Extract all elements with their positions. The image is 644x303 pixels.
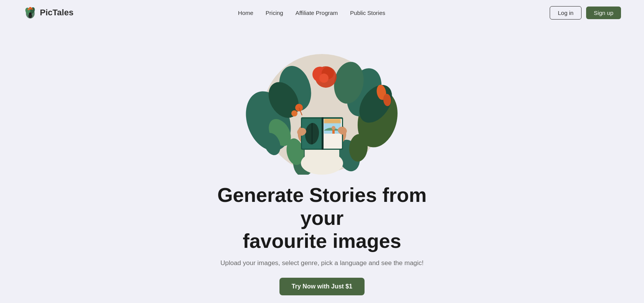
svg-point-19: [319, 74, 329, 83]
signup-button[interactable]: Sign up: [586, 7, 621, 19]
svg-point-4: [28, 8, 30, 10]
logo-icon: [23, 5, 38, 20]
svg-point-3: [29, 7, 32, 10]
cta-button[interactable]: Try Now with Just $1: [279, 278, 365, 295]
svg-rect-41: [322, 117, 324, 150]
nav-link-public-stories[interactable]: Public Stories: [350, 10, 385, 16]
navbar: PicTales Home Pricing Affiliate Program …: [0, 0, 644, 25]
svg-rect-43: [325, 120, 340, 123]
login-button[interactable]: Log in: [550, 6, 582, 20]
nav-link-pricing[interactable]: Pricing: [266, 10, 283, 16]
svg-point-37: [332, 126, 335, 130]
nav-link-home[interactable]: Home: [238, 10, 253, 16]
hero-subtitle: Upload your images, select genre, pick a…: [220, 259, 424, 267]
svg-point-7: [29, 13, 32, 15]
hero-illustration: [245, 33, 399, 175]
nav-actions: Log in Sign up: [550, 6, 621, 20]
hero-title: Generate Stories from your favourite ima…: [199, 184, 445, 252]
logo-text: PicTales: [40, 8, 74, 18]
nav-link-affiliate[interactable]: Affiliate Program: [296, 10, 338, 16]
nav-links: Home Pricing Affiliate Program Public St…: [238, 10, 385, 16]
svg-point-21: [291, 110, 297, 116]
svg-point-5: [31, 8, 33, 10]
logo[interactable]: PicTales: [23, 5, 74, 20]
svg-rect-38: [332, 130, 335, 134]
hero-section: Generate Stories from your favourite ima…: [0, 25, 644, 303]
